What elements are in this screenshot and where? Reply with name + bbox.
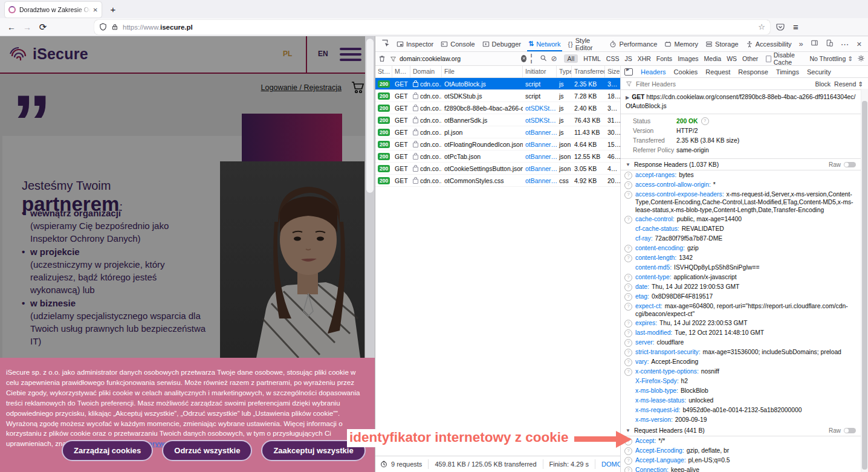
header-row[interactable]: Accept-Language:pl,en-US;q=0.5 bbox=[621, 456, 861, 465]
filter-pill-images[interactable]: Images bbox=[678, 55, 698, 62]
header-row[interactable]: access-control-allow-origin:* bbox=[621, 180, 861, 190]
tab-accessibility[interactable]: Accessibility bbox=[742, 36, 795, 51]
network-request-row[interactable]: 200GETcdn.co…otCookieSettingsButton.json… bbox=[375, 163, 620, 175]
tab-request[interactable]: Request bbox=[705, 68, 730, 76]
domcontentloaded-time[interactable]: DOMContentLoaded: bbox=[595, 459, 620, 469]
pocket-icon[interactable] bbox=[776, 23, 785, 31]
request-headers-section[interactable]: Request Headers (441 B) Raw bbox=[621, 425, 861, 436]
filter-pill-css[interactable]: CSS bbox=[606, 55, 620, 62]
filter-pill-other[interactable]: Other bbox=[742, 55, 758, 62]
header-row[interactable]: x-ms-request-id:b4952d0e-a01e-0014-2132-… bbox=[621, 406, 861, 415]
header-row[interactable]: server:cloudflare bbox=[621, 338, 861, 348]
block-url-button[interactable]: Block bbox=[815, 80, 831, 88]
info-icon[interactable] bbox=[624, 358, 632, 366]
reload-button[interactable] bbox=[35, 20, 51, 34]
header-row[interactable]: cf-ray:72ac80f79f5a7b87-DME bbox=[621, 234, 861, 244]
column-initiator[interactable]: Initiator bbox=[523, 66, 557, 77]
more-tabs-icon[interactable] bbox=[795, 39, 807, 48]
header-row[interactable]: cache-control:public, max-age=14400 bbox=[621, 215, 861, 224]
network-request-row[interactable]: 200GETcdn.co…otCommonStyles.cssotBanner…… bbox=[375, 175, 620, 187]
column-method[interactable]: M… bbox=[392, 66, 410, 77]
clear-requests-icon[interactable] bbox=[378, 54, 386, 63]
info-icon[interactable] bbox=[701, 117, 709, 125]
info-icon[interactable] bbox=[624, 172, 632, 179]
info-icon[interactable] bbox=[624, 320, 632, 328]
responsive-mode-icon[interactable] bbox=[822, 39, 837, 48]
header-row[interactable]: vary:Accept-Encoding bbox=[621, 357, 861, 367]
column-domain[interactable]: Domain bbox=[410, 66, 442, 77]
tab-response[interactable]: Response bbox=[738, 68, 768, 76]
info-icon[interactable] bbox=[624, 329, 632, 337]
header-row[interactable]: date:Thu, 14 Jul 2022 19:00:53 GMT bbox=[621, 282, 861, 292]
filter-pill-media[interactable]: Media bbox=[704, 55, 722, 62]
headers-filter-input[interactable]: Filter Headers bbox=[636, 80, 676, 88]
url-bar[interactable]: https://www.isecure.pl bbox=[94, 20, 770, 34]
filter-pill-ws[interactable]: WS bbox=[727, 55, 737, 62]
throttling-select[interactable]: No Throttling bbox=[809, 55, 853, 62]
header-row[interactable]: content-type:application/x-javascript bbox=[621, 273, 861, 282]
tab-close-icon[interactable] bbox=[93, 7, 98, 13]
filter-pill-fonts[interactable]: Fonts bbox=[656, 55, 672, 62]
network-request-row[interactable]: 200GETcdn.co…OtAutoBlock.jsscriptjs2.35 … bbox=[375, 78, 620, 90]
info-icon[interactable] bbox=[624, 191, 632, 199]
header-row[interactable]: x-ms-lease-status:unlocked bbox=[621, 396, 861, 406]
header-row[interactable]: Accept-Encoding:gzip, deflate, br bbox=[621, 446, 861, 456]
header-row[interactable]: strict-transport-security:max-age=315360… bbox=[621, 348, 861, 357]
info-icon[interactable] bbox=[624, 467, 632, 472]
lock-icon[interactable] bbox=[111, 23, 118, 31]
new-tab-button[interactable] bbox=[106, 3, 120, 16]
header-row[interactable]: access-control-expose-headers:x-ms-reque… bbox=[621, 190, 861, 215]
info-icon[interactable] bbox=[624, 457, 632, 465]
tab-timings[interactable]: Timings bbox=[776, 68, 799, 76]
filter-pill-js[interactable]: JS bbox=[624, 55, 632, 62]
network-settings-gear-icon[interactable] bbox=[857, 54, 865, 63]
header-row[interactable]: expires:Thu, 14 Jul 2022 23:00:53 GMT bbox=[621, 318, 861, 328]
response-headers-section[interactable]: Response Headers (1.037 KB) Raw bbox=[621, 159, 861, 170]
network-request-row[interactable]: 200GETcdn.co…otSDKStub.jsscriptjs7.28 KB… bbox=[375, 90, 620, 102]
tab-console[interactable]: Console bbox=[437, 36, 478, 51]
manage-cookies-button[interactable]: Zarządzaj cookies bbox=[62, 440, 153, 461]
network-request-row[interactable]: 200GETcdn.co…otBannerSdk.jsotSDKSt…js76.… bbox=[375, 114, 620, 126]
info-icon[interactable] bbox=[624, 368, 632, 376]
info-icon[interactable] bbox=[624, 245, 632, 253]
info-icon[interactable] bbox=[624, 254, 632, 262]
network-request-row[interactable]: 200GETcdn.co…pl.jsonotBanner…js11.43 KB3… bbox=[375, 126, 620, 138]
info-icon[interactable] bbox=[624, 293, 632, 301]
info-icon[interactable] bbox=[624, 349, 632, 357]
filter-pill-all[interactable]: All bbox=[564, 54, 578, 63]
column-file[interactable]: File bbox=[442, 66, 523, 77]
tab-network[interactable]: ⇅ Network bbox=[525, 36, 565, 51]
info-icon[interactable] bbox=[624, 303, 632, 311]
tab-inspector[interactable]: Inspector bbox=[393, 36, 437, 51]
header-row[interactable]: Accept:*/* bbox=[621, 436, 861, 446]
network-request-row[interactable]: 200GETcdn.co…otFloatingRoundedIcon.jsono… bbox=[375, 138, 620, 150]
network-request-row[interactable]: 200GETcdn.co…f2890bc8-88eb-4bac-a266-df9… bbox=[375, 102, 620, 114]
header-row[interactable]: cf-cache-status:REVALIDATED bbox=[621, 224, 861, 234]
header-row[interactable]: x-content-type-options:nosniff bbox=[621, 367, 861, 377]
network-request-row[interactable]: 200GETcdn.co…otPcTab.jsonotBanner…json12… bbox=[375, 150, 620, 163]
block-requests-icon[interactable] bbox=[551, 54, 557, 63]
info-icon[interactable] bbox=[624, 274, 632, 282]
app-menu-icon[interactable] bbox=[793, 22, 798, 32]
header-row[interactable]: content-encoding:gzip bbox=[621, 244, 861, 253]
back-button[interactable] bbox=[4, 20, 19, 34]
header-row[interactable]: content-md5:ISVHQDp8yLpS5h8SniPgIw== bbox=[621, 263, 861, 273]
filter-pill-xhr[interactable]: XHR bbox=[638, 55, 651, 62]
collapse-arrow-icon[interactable] bbox=[626, 162, 630, 167]
forward-button[interactable] bbox=[19, 20, 35, 34]
bookmark-star-icon[interactable] bbox=[758, 22, 765, 31]
header-row[interactable]: content-length:1342 bbox=[621, 253, 861, 263]
clear-filter-icon[interactable] bbox=[521, 55, 526, 62]
header-row[interactable]: accept-ranges:bytes bbox=[621, 170, 861, 180]
column-status[interactable]: St… bbox=[375, 66, 392, 77]
tab-performance[interactable]: Performance bbox=[606, 36, 661, 51]
header-row[interactable]: etag:0x8D98D8F4F819517 bbox=[621, 292, 861, 302]
pause-traffic-icon[interactable] bbox=[531, 53, 536, 65]
url-filter-input[interactable]: domain:cookielaw.org bbox=[390, 55, 517, 62]
raw-toggle[interactable] bbox=[844, 162, 856, 167]
info-icon[interactable] bbox=[624, 283, 632, 291]
details-scrollbar-thumb[interactable] bbox=[862, 101, 867, 470]
tab-cookies[interactable]: Cookies bbox=[674, 68, 698, 76]
column-size[interactable]: Size bbox=[605, 66, 621, 77]
tab-security[interactable]: Security bbox=[807, 68, 831, 76]
